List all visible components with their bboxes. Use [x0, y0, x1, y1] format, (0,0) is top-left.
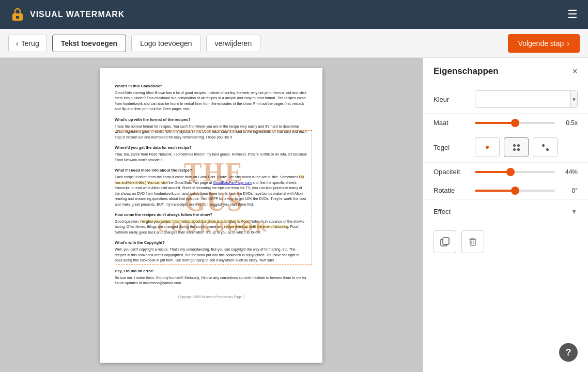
doc-section-2: What's up with the format of the recipes…: [115, 117, 308, 140]
tegel-dots-alt: [542, 144, 549, 151]
tegel-dots-grid: [513, 144, 520, 151]
properties-actions: [423, 223, 588, 260]
tegel-dot-alt-1: [542, 144, 545, 147]
tegel-diagonal[interactable]: [533, 137, 558, 157]
doc-section-body-6: Well, you can't copyright a recipe. That…: [115, 247, 308, 264]
svg-rect-1: [16, 16, 19, 19]
size-slider-wrapper: 0.5x: [475, 119, 578, 127]
menu-icon[interactable]: ☰: [567, 9, 578, 20]
properties-panel: Eigenschappen × Kleur ▼ Maat 0.5x Tegel: [423, 58, 588, 372]
doc-section-6: What's with the Copyright? Well, you can…: [115, 240, 308, 263]
svg-rect-3: [443, 238, 449, 244]
size-label: Maat: [434, 119, 470, 127]
tegel-dot-3: [513, 148, 516, 151]
doc-section-3: Where'd you get the data for each recipe…: [115, 145, 308, 163]
rotation-label: Rotatie: [434, 187, 470, 194]
tegel-dot-alt-2: [546, 148, 549, 151]
color-dropdown-button[interactable]: ▼: [570, 91, 577, 107]
rotation-value: 0°: [559, 187, 578, 194]
tegel-label: Tegel: [434, 144, 470, 151]
doc-section-title-4: What if I need more info about the recip…: [115, 168, 308, 174]
document-footer: Copyright 2005 Mikenns Productions Page …: [115, 295, 308, 299]
app-logo: VISUAL WATERMARK: [10, 7, 125, 22]
back-button[interactable]: ‹ Terug: [8, 35, 47, 52]
properties-header: Eigenschappen ×: [423, 58, 588, 85]
rotation-row: Rotatie 0°: [423, 181, 588, 200]
tegel-row: Tegel: [423, 132, 588, 163]
svg-rect-4: [470, 240, 475, 245]
app-header: VISUAL WATERMARK ☰: [0, 0, 588, 29]
tegel-dot-2: [517, 144, 520, 147]
opacity-slider[interactable]: [475, 171, 555, 173]
add-logo-button[interactable]: Logo toevoegen: [131, 35, 200, 52]
doc-section-title-7: Hey, I found an error!: [115, 269, 308, 274]
doc-section-4: What if I need more info about the recip…: [115, 168, 308, 207]
color-input-wrapper[interactable]: ▼: [475, 90, 578, 108]
rotation-slider[interactable]: [475, 190, 555, 192]
doc-section-title-1: What's in this Cookbook?: [115, 84, 308, 89]
add-text-button[interactable]: Tekst toevoegen: [52, 35, 126, 52]
back-chevron-icon: ‹: [16, 39, 19, 48]
copy-button[interactable]: [434, 230, 456, 253]
color-row: Kleur ▼: [423, 85, 588, 114]
close-button[interactable]: ×: [572, 67, 578, 76]
remove-button[interactable]: verwijderen: [206, 35, 261, 52]
tegel-dot-4: [517, 148, 520, 151]
properties-title: Eigenschappen: [434, 66, 499, 76]
app-title: VISUAL WATERMARK: [30, 10, 125, 19]
doc-section-title-3: Where'd you get the data for each recipe…: [115, 145, 308, 151]
opacity-label: Opaciteit: [434, 168, 470, 176]
svg-rect-6: [471, 238, 474, 240]
tegel-options: [475, 137, 578, 157]
doc-section-title-2: What's up with the format of the recipes…: [115, 117, 308, 123]
trash-icon: [468, 237, 478, 247]
rotation-slider-wrapper: 0°: [475, 187, 578, 194]
color-input[interactable]: [475, 91, 570, 107]
document-page: What's in this Cookbook? Good Eats starr…: [100, 68, 322, 363]
document-area: What's in this Cookbook? Good Eats starr…: [0, 58, 423, 372]
tegel-single[interactable]: [475, 137, 500, 157]
tegel-dot-single: [486, 146, 489, 149]
effect-chevron-icon: ▼: [570, 207, 578, 215]
doc-section-body-1: Good Eats starring Alton Brown has a lot…: [115, 90, 308, 112]
next-step-button[interactable]: Volgende stap ›: [508, 34, 580, 53]
tegel-dot-1: [513, 144, 516, 147]
doc-section-body-2: I hate the normal format for recipes. Yo…: [115, 124, 308, 141]
doc-section-title-5: How come the recipes don't always follow…: [115, 212, 308, 218]
tegel-grid-4[interactable]: [504, 137, 529, 157]
next-chevron-icon: ›: [567, 39, 569, 48]
doc-section-body-3: That, too, came from Food Network. I som…: [115, 152, 308, 163]
lock-icon: [10, 7, 25, 22]
size-value: 0.5x: [559, 119, 578, 127]
copy-icon: [440, 237, 450, 247]
effect-label: Effect: [434, 208, 570, 215]
delete-button[interactable]: [461, 230, 484, 253]
opacity-row: Opaciteit 44%: [423, 163, 588, 181]
doc-section-body-4: Each recipe is noted from the show it ca…: [115, 175, 308, 207]
size-row: Maat 0.5x: [423, 114, 588, 132]
doc-section-body-5: Good question. I'm glad you asked. Infor…: [115, 219, 308, 236]
doc-section-1: What's in this Cookbook? Good Eats starr…: [115, 84, 308, 112]
opacity-value: 44%: [559, 168, 578, 176]
main-content: What's in this Cookbook? Good Eats starr…: [0, 58, 588, 372]
effect-row[interactable]: Effect ▼: [423, 200, 588, 223]
doc-section-title-6: What's with the Copyright?: [115, 240, 308, 246]
help-button[interactable]: ?: [559, 343, 578, 362]
opacity-slider-wrapper: 44%: [475, 168, 578, 176]
doc-section-7: Hey, I found an error! So sue me. I make…: [115, 269, 308, 286]
doc-section-5: How come the recipes don't always follow…: [115, 212, 308, 235]
color-label: Kleur: [434, 96, 470, 103]
toolbar: ‹ Terug Tekst toevoegen Logo toevoegen v…: [0, 29, 588, 58]
doc-section-body-7: So sue me. I make them. I'm only human!!…: [115, 275, 308, 286]
size-slider[interactable]: [475, 122, 555, 124]
